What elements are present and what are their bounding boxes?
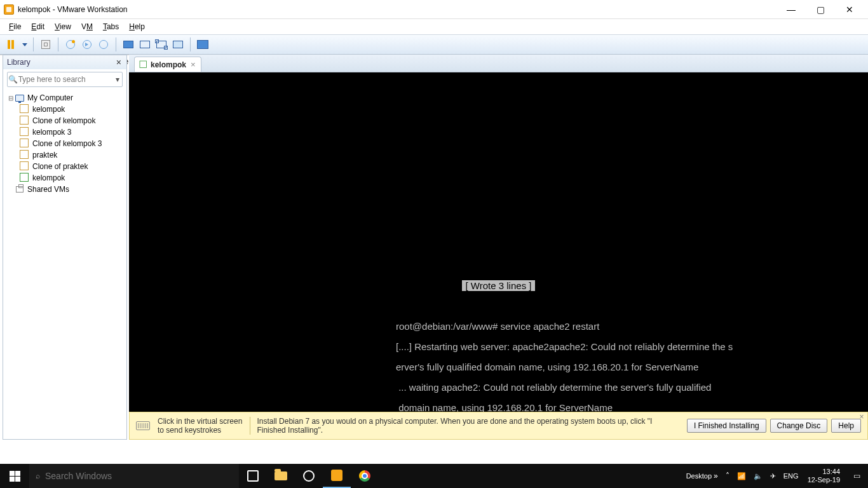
tree-vm-item[interactable]: Clone of kelompok 3 bbox=[4, 138, 125, 149]
chevron-right-icon: » bbox=[714, 471, 718, 480]
chrome-icon bbox=[359, 470, 370, 482]
tree-label: Shared VMs bbox=[27, 185, 69, 194]
show-thumbnail-button[interactable] bbox=[138, 37, 152, 51]
search-dropdown-icon[interactable]: ▾ bbox=[114, 75, 122, 84]
finished-installing-button[interactable]: I Finished Installing bbox=[687, 419, 766, 433]
keyboard-icon bbox=[41, 40, 50, 49]
console-icon bbox=[123, 41, 133, 48]
fullscreen-button[interactable] bbox=[196, 37, 210, 51]
tray-volume-icon[interactable]: 🔈 bbox=[750, 464, 766, 488]
library-panel: Library × 🔍 ▾ ⊟ My Computer kelompok Clo… bbox=[3, 55, 127, 440]
change-disc-button[interactable]: Change Disc bbox=[770, 419, 828, 433]
window-minimize-button[interactable]: — bbox=[776, 0, 806, 19]
vm-tab[interactable]: kelompok × bbox=[134, 57, 201, 72]
menu-view[interactable]: View bbox=[50, 21, 76, 32]
tree-label: kelompok bbox=[32, 105, 65, 114]
tree-label: kelompok bbox=[32, 173, 65, 182]
chevron-down-icon bbox=[22, 43, 27, 46]
snapshot-take-button[interactable] bbox=[64, 37, 78, 51]
vm-icon bbox=[21, 163, 29, 170]
vm-console[interactable]: [ Wrote 3 lines ] root@debian:/var/www# … bbox=[129, 72, 868, 412]
taskbar-desktop-toolbar[interactable]: Desktop » bbox=[682, 464, 722, 488]
library-search-input[interactable] bbox=[18, 72, 114, 86]
tree-vm-item[interactable]: Clone of praktek bbox=[4, 161, 125, 172]
tree-shared-vms[interactable]: Shared VMs bbox=[4, 184, 125, 195]
library-close-button[interactable]: × bbox=[116, 57, 121, 67]
info-keyboard-line2: to send keystrokes bbox=[158, 426, 242, 435]
snapshot-revert-button[interactable] bbox=[80, 37, 94, 51]
tree-toggle-icon[interactable]: ⊟ bbox=[7, 95, 15, 102]
tray-language[interactable]: ENG bbox=[780, 464, 803, 488]
tree-label: Clone of kelompok 3 bbox=[32, 139, 102, 148]
menu-tabs[interactable]: Tabs bbox=[98, 21, 124, 32]
fullscreen-icon bbox=[197, 40, 208, 49]
taskbar-vmware[interactable] bbox=[323, 464, 351, 488]
taskbar-explorer[interactable] bbox=[267, 464, 295, 488]
thumbnail-icon bbox=[140, 41, 150, 48]
tree-label: praktek bbox=[32, 151, 57, 159]
language-label: ENG bbox=[783, 472, 799, 480]
taskbar-search[interactable]: ⌕ bbox=[29, 464, 239, 488]
ring-icon bbox=[303, 470, 315, 482]
tree-vm-item[interactable]: Clone of kelompok bbox=[4, 115, 125, 126]
install-info-bar: Click in the virtual screen to send keys… bbox=[129, 412, 868, 440]
stretch-icon bbox=[156, 41, 166, 48]
tree-vm-item-active[interactable]: kelompok bbox=[4, 172, 125, 184]
info-keyboard-line1: Click in the virtual screen bbox=[158, 417, 242, 426]
vm-tab-label: kelompok bbox=[151, 60, 186, 69]
toolbar-separator bbox=[33, 37, 34, 51]
window-close-button[interactable]: ✕ bbox=[835, 0, 864, 19]
speaker-icon: 🔈 bbox=[754, 472, 763, 480]
power-dropdown[interactable] bbox=[20, 37, 28, 51]
tree-vm-item[interactable]: kelompok 3 bbox=[4, 126, 125, 138]
vm-icon bbox=[21, 151, 29, 159]
vm-running-icon bbox=[140, 62, 147, 68]
start-button[interactable] bbox=[0, 464, 29, 488]
action-center-button[interactable]: ▭ bbox=[845, 471, 868, 480]
tree-vm-item[interactable]: praktek bbox=[4, 149, 125, 161]
clock-time: 13:44 bbox=[822, 468, 840, 476]
tab-close-button[interactable]: × bbox=[191, 60, 196, 69]
menu-help[interactable]: Help bbox=[124, 21, 150, 32]
show-console-button[interactable] bbox=[121, 37, 135, 51]
tray-clock[interactable]: 13:44 12-Sep-19 bbox=[803, 464, 845, 488]
menu-vm[interactable]: VM bbox=[76, 21, 98, 32]
tab-strip: kelompok × bbox=[129, 55, 868, 72]
snapshot-manage-button[interactable] bbox=[97, 37, 111, 51]
taskbar-chrome[interactable] bbox=[351, 464, 379, 488]
info-bar-close-button[interactable]: × bbox=[857, 412, 866, 421]
vm-icon bbox=[21, 128, 29, 136]
window-title: kelompok - VMware Workstation bbox=[18, 5, 128, 14]
shared-vms-icon bbox=[16, 186, 24, 193]
window-maximize-button[interactable]: ▢ bbox=[806, 0, 835, 19]
vm-icon bbox=[21, 117, 29, 125]
snapshot-revert-icon bbox=[83, 40, 92, 49]
tree-my-computer[interactable]: ⊟ My Computer bbox=[4, 92, 125, 104]
stretch-button[interactable] bbox=[154, 37, 168, 51]
vm-icon bbox=[21, 105, 29, 113]
library-search[interactable]: 🔍 ▾ bbox=[7, 72, 123, 87]
tray-airplane-icon[interactable]: ✈ bbox=[766, 464, 780, 488]
tree-label: Clone of kelompok bbox=[32, 116, 95, 125]
tray-network-icon[interactable]: 📶 bbox=[733, 464, 750, 488]
suspend-button[interactable] bbox=[4, 37, 18, 51]
windows-taskbar: ⌕ Desktop » ˄ 📶 🔈 ✈ ENG 13:44 12-Sep-19 … bbox=[0, 464, 868, 488]
tree-label: kelompok 3 bbox=[32, 128, 71, 137]
window-titlebar: kelompok - VMware Workstation — ▢ ✕ bbox=[0, 0, 868, 19]
tree-vm-item[interactable]: kelompok bbox=[4, 104, 125, 115]
terminal-line: erver's fully qualified domain name, usi… bbox=[396, 362, 698, 372]
taskbar-cortana[interactable] bbox=[295, 464, 323, 488]
tree-label: My Computer bbox=[27, 93, 73, 102]
toolbar-separator bbox=[58, 37, 58, 51]
taskbar-search-input[interactable] bbox=[45, 471, 233, 481]
task-view-button[interactable] bbox=[239, 464, 267, 488]
send-ctrl-alt-del-button[interactable] bbox=[39, 37, 53, 51]
unity-button[interactable] bbox=[171, 37, 185, 51]
menu-file[interactable]: File bbox=[4, 21, 26, 32]
menu-edit[interactable]: Edit bbox=[26, 21, 50, 32]
search-icon: 🔍 bbox=[8, 75, 18, 84]
vmware-app-icon bbox=[4, 4, 14, 15]
keyboard-icon bbox=[136, 421, 150, 430]
tray-overflow-button[interactable]: ˄ bbox=[722, 464, 733, 488]
help-button[interactable]: Help bbox=[831, 419, 861, 433]
